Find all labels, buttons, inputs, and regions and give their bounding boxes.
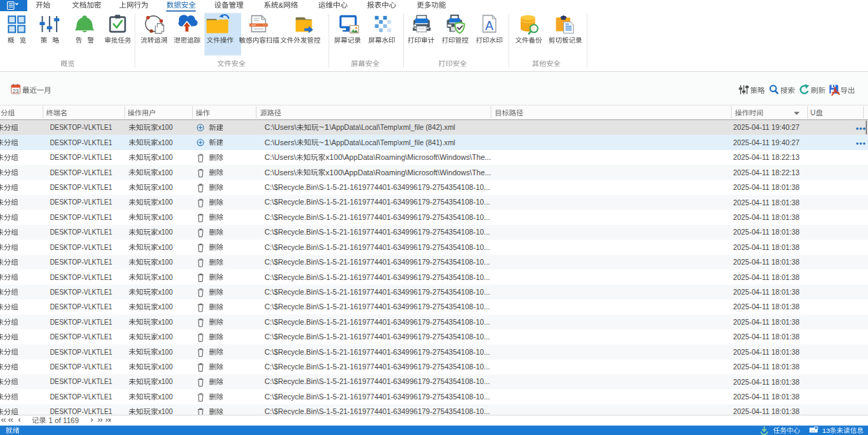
- svg-text:A: A: [485, 19, 493, 33]
- svg-text:2025-04-11 18:01:38: 2025-04-11 18:01:38: [733, 258, 800, 266]
- svg-text:2025-04-11 18:01:38: 2025-04-11 18:01:38: [733, 333, 800, 341]
- svg-text:2025-04-11 18:01:38: 2025-04-11 18:01:38: [733, 184, 800, 191]
- svg-text:2025-04-11 18:01:38: 2025-04-11 18:01:38: [733, 288, 800, 296]
- svg-text:2025-04-11 18:22:13: 2025-04-11 18:22:13: [733, 154, 800, 161]
- svg-text:2025-04-11 18:01:38: 2025-04-11 18:01:38: [733, 378, 800, 386]
- svg-text:2025-04-11 19:40:27: 2025-04-11 19:40:27: [733, 139, 800, 147]
- svg-text:2025-04-11 18:01:38: 2025-04-11 18:01:38: [733, 318, 800, 326]
- svg-text:1 of 1169: 1 of 1169: [48, 417, 79, 425]
- svg-text:2025-04-11 18:01:38: 2025-04-11 18:01:38: [733, 303, 800, 311]
- svg-text:2025-04-11 18:01:38: 2025-04-11 18:01:38: [733, 244, 800, 251]
- svg-text:2025-04-11 18:01:38: 2025-04-11 18:01:38: [733, 408, 800, 415]
- svg-text:2025-04-11 18:01:38: 2025-04-11 18:01:38: [733, 228, 800, 236]
- svg-text:2025-04-11 18:22:13: 2025-04-11 18:22:13: [733, 169, 800, 177]
- svg-text:2025-04-11 18:01:38: 2025-04-11 18:01:38: [733, 199, 800, 207]
- svg-text:13: 13: [823, 427, 830, 434]
- svg-text:U: U: [811, 109, 816, 117]
- svg-text:23: 23: [13, 88, 18, 94]
- svg-text:2025-04-11 18:01:38: 2025-04-11 18:01:38: [733, 348, 800, 356]
- svg-text:2025-04-11 18:01:38: 2025-04-11 18:01:38: [733, 274, 800, 281]
- svg-text:2025-04-11 19:40:27: 2025-04-11 19:40:27: [733, 124, 800, 131]
- svg-text:2025-04-11 18:01:38: 2025-04-11 18:01:38: [733, 214, 800, 221]
- svg-text:2025-04-11 18:01:38: 2025-04-11 18:01:38: [733, 393, 800, 401]
- svg-text:2025-04-11 18:01:38: 2025-04-11 18:01:38: [733, 363, 800, 371]
